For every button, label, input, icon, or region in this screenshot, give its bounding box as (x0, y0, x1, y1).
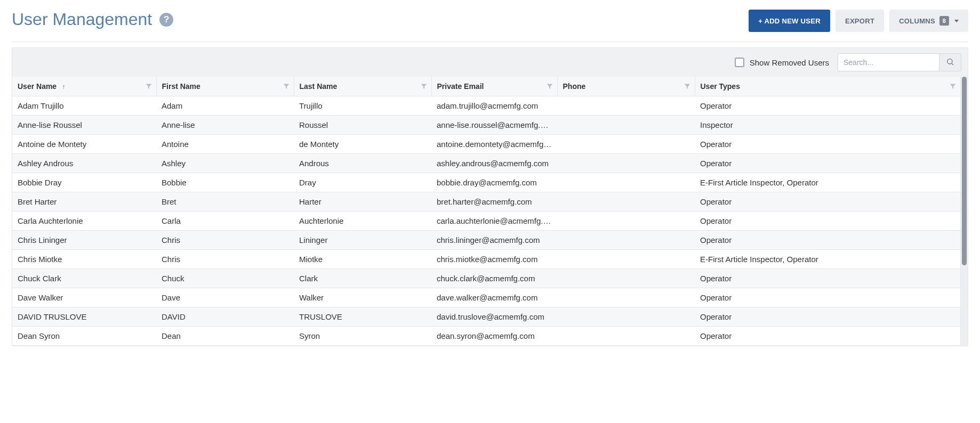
table-row[interactable]: Carla AuchterlonieCarlaAuchterloniecarla… (12, 212, 960, 231)
filter-icon[interactable] (547, 83, 553, 90)
cell-first_name: Adam (156, 96, 294, 116)
cell-user_types: Operator (695, 231, 960, 250)
table-row[interactable]: Antoine de MontetyAntoinede Montetyantoi… (12, 135, 960, 154)
cell-phone (557, 288, 695, 307)
cell-username: Chris Miotke (12, 250, 156, 269)
cell-last_name: Harter (294, 192, 431, 212)
cell-username: Antoine de Montety (12, 135, 156, 154)
cell-phone (557, 173, 695, 192)
cell-phone (557, 116, 695, 135)
column-header-label: Last Name (300, 82, 338, 91)
cell-email: dave.walker@acmemfg.com (431, 288, 557, 307)
add-user-button-label: + ADD NEW USER (758, 17, 821, 25)
cell-first_name: Chuck (156, 269, 294, 288)
cell-last_name: TRUSLOVE (294, 307, 431, 327)
cell-username: Anne-lise Roussel (12, 116, 156, 135)
filter-icon[interactable] (421, 83, 427, 90)
cell-phone (557, 250, 695, 269)
cell-last_name: Trujillo (294, 96, 431, 116)
vertical-scrollbar[interactable] (960, 77, 968, 346)
cell-user_types: Operator (695, 307, 960, 327)
columns-button[interactable]: COLUMNS 8 (889, 10, 968, 32)
cell-email: antoine.demontety@acmemfg.... (431, 135, 557, 154)
table-row[interactable]: Dave WalkerDaveWalkerdave.walker@acmemfg… (12, 288, 960, 307)
cell-email: ashley.androus@acmemfg.com (431, 154, 557, 173)
cell-user_types: Operator (695, 154, 960, 173)
show-removed-checkbox[interactable] (735, 58, 744, 67)
sort-asc-icon: ↑ (62, 83, 65, 91)
column-header-email[interactable]: Private Email (431, 77, 557, 96)
column-header-phone[interactable]: Phone (557, 77, 695, 96)
columns-count-badge: 8 (939, 16, 949, 26)
table-row[interactable]: Anne-lise RousselAnne-liseRousselanne-li… (12, 116, 960, 135)
cell-first_name: Chris (156, 231, 294, 250)
search-input[interactable] (838, 53, 939, 71)
cell-user_types: Inspector (695, 116, 960, 135)
table-row[interactable]: Dean SyronDeanSyrondean.syron@acmemfg.co… (12, 327, 960, 346)
table-row[interactable]: Adam TrujilloAdamTrujilloadam.trujillo@a… (12, 96, 960, 116)
cell-email: carla.auchterlonie@acmemfg.c... (431, 212, 557, 231)
title-wrap: User Management ? (12, 10, 173, 29)
cell-phone (557, 212, 695, 231)
svg-line-1 (952, 63, 953, 65)
table-row[interactable]: Bret HarterBretHarterbret.harter@acmemfg… (12, 192, 960, 212)
filter-icon[interactable] (146, 83, 152, 90)
cell-last_name: de Montety (294, 135, 431, 154)
cell-email: anne-lise.roussel@acmemfg.com (431, 116, 557, 135)
table-row[interactable]: Chris LiningerChrisLiningerchris.lininge… (12, 231, 960, 250)
cell-first_name: Carla (156, 212, 294, 231)
cell-user_types: E-First Article Inspector, Operator (695, 250, 960, 269)
filter-icon[interactable] (684, 83, 690, 90)
columns-button-label: COLUMNS (899, 17, 935, 25)
export-button[interactable]: EXPORT (836, 10, 884, 32)
cell-user_types: Operator (695, 327, 960, 346)
svg-point-0 (947, 59, 952, 63)
header-actions: + ADD NEW USER EXPORT COLUMNS 8 (749, 10, 968, 32)
search-button[interactable] (939, 53, 961, 71)
cell-username: Bobbie Dray (12, 173, 156, 192)
search-icon (946, 58, 954, 68)
cell-first_name: Anne-lise (156, 116, 294, 135)
cell-phone (557, 231, 695, 250)
filter-icon[interactable] (283, 83, 290, 90)
cell-username: DAVID TRUSLOVE (12, 307, 156, 327)
cell-last_name: Lininger (294, 231, 431, 250)
grid-panel: Show Removed Users User (12, 47, 968, 346)
cell-email: bret.harter@acmemfg.com (431, 192, 557, 212)
column-header-username[interactable]: User Name↑ (12, 77, 156, 96)
cell-phone (557, 96, 695, 116)
cell-last_name: Androus (294, 154, 431, 173)
cell-email: david.truslove@acmemfg.com (431, 307, 557, 327)
column-header-last_name[interactable]: Last Name (294, 77, 431, 96)
cell-user_types: Operator (695, 96, 960, 116)
filter-icon[interactable] (950, 83, 956, 90)
table-row[interactable]: Chris MiotkeChrisMiotkechris.miotke@acme… (12, 250, 960, 269)
column-header-label: Phone (563, 82, 586, 91)
cell-username: Chuck Clark (12, 269, 156, 288)
cell-username: Chris Lininger (12, 231, 156, 250)
show-removed-label[interactable]: Show Removed Users (735, 58, 829, 67)
cell-email: chris.miotke@acmemfg.com (431, 250, 557, 269)
cell-username: Adam Trujillo (12, 96, 156, 116)
cell-email: adam.trujillo@acmemfg.com (431, 96, 557, 116)
cell-first_name: Dean (156, 327, 294, 346)
cell-username: Bret Harter (12, 192, 156, 212)
table-row[interactable]: DAVID TRUSLOVEDAVIDTRUSLOVEdavid.truslov… (12, 307, 960, 327)
help-icon[interactable]: ? (159, 13, 173, 27)
table-row[interactable]: Ashley AndrousAshleyAndrousashley.androu… (12, 154, 960, 173)
page: User Management ? + ADD NEW USER EXPORT … (0, 0, 980, 346)
column-header-first_name[interactable]: First Name (156, 77, 294, 96)
cell-phone (557, 154, 695, 173)
cell-email: chris.lininger@acmemfg.com (431, 231, 557, 250)
cell-last_name: Dray (294, 173, 431, 192)
table-row[interactable]: Chuck ClarkChuckClarkchuck.clark@acmemfg… (12, 269, 960, 288)
cell-email: dean.syron@acmemfg.com (431, 327, 557, 346)
column-header-user_types[interactable]: User Types (695, 77, 960, 96)
cell-first_name: Antoine (156, 135, 294, 154)
export-button-label: EXPORT (845, 17, 874, 25)
cell-last_name: Roussel (294, 116, 431, 135)
table-row[interactable]: Bobbie DrayBobbieDraybobbie.dray@acmemfg… (12, 173, 960, 192)
scrollbar-thumb[interactable] (962, 77, 967, 265)
add-user-button[interactable]: + ADD NEW USER (749, 10, 830, 32)
cell-last_name: Clark (294, 269, 431, 288)
